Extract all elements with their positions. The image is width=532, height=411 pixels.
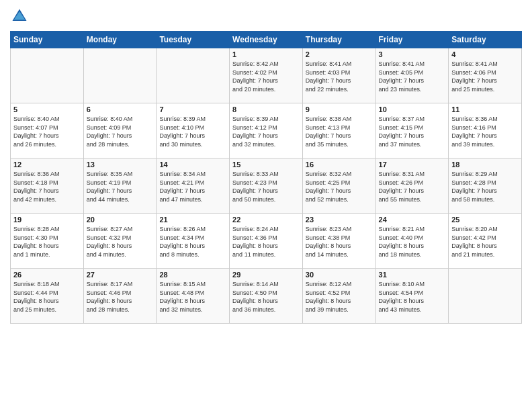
day-number: 6 [87, 105, 154, 113]
day-info: Sunrise: 8:32 AM Sunset: 4:25 PM Dayligh… [306, 170, 373, 203]
day-number: 27 [87, 271, 154, 279]
header-cell-saturday: Saturday [449, 32, 522, 48]
day-cell: 26Sunrise: 8:18 AM Sunset: 4:44 PM Dayli… [11, 269, 84, 324]
week-row-4: 19Sunrise: 8:28 AM Sunset: 4:30 PM Dayli… [11, 214, 522, 269]
day-cell: 12Sunrise: 8:36 AM Sunset: 4:18 PM Dayli… [11, 158, 84, 214]
day-cell: 23Sunrise: 8:23 AM Sunset: 4:38 PM Dayli… [302, 214, 375, 269]
header [10, 7, 522, 26]
day-number: 23 [306, 216, 373, 224]
day-cell: 16Sunrise: 8:32 AM Sunset: 4:25 PM Dayli… [302, 158, 375, 214]
day-info: Sunrise: 8:35 AM Sunset: 4:19 PM Dayligh… [87, 170, 154, 203]
logo [10, 7, 32, 26]
day-cell: 1Sunrise: 8:42 AM Sunset: 4:02 PM Daylig… [230, 48, 303, 103]
header-cell-tuesday: Tuesday [157, 32, 230, 48]
day-info: Sunrise: 8:41 AM Sunset: 4:05 PM Dayligh… [379, 60, 446, 93]
week-row-5: 26Sunrise: 8:18 AM Sunset: 4:44 PM Dayli… [11, 269, 522, 324]
day-cell: 18Sunrise: 8:29 AM Sunset: 4:28 PM Dayli… [449, 158, 522, 214]
day-cell: 31Sunrise: 8:10 AM Sunset: 4:54 PM Dayli… [375, 269, 449, 324]
day-info: Sunrise: 8:27 AM Sunset: 4:32 PM Dayligh… [87, 225, 154, 259]
day-cell: 17Sunrise: 8:31 AM Sunset: 4:26 PM Dayli… [375, 158, 449, 214]
day-number: 21 [159, 216, 226, 224]
day-info: Sunrise: 8:10 AM Sunset: 4:54 PM Dayligh… [379, 280, 446, 314]
day-cell: 22Sunrise: 8:24 AM Sunset: 4:36 PM Dayli… [230, 214, 303, 269]
day-cell: 15Sunrise: 8:33 AM Sunset: 4:23 PM Dayli… [230, 158, 303, 214]
day-cell [449, 269, 522, 324]
day-cell: 4Sunrise: 8:41 AM Sunset: 4:06 PM Daylig… [449, 48, 522, 103]
week-row-3: 12Sunrise: 8:36 AM Sunset: 4:18 PM Dayli… [11, 158, 522, 214]
day-info: Sunrise: 8:36 AM Sunset: 4:16 PM Dayligh… [451, 115, 519, 148]
day-number: 11 [451, 105, 519, 113]
logo-icon [10, 7, 29, 26]
day-cell: 6Sunrise: 8:40 AM Sunset: 4:09 PM Daylig… [83, 103, 157, 158]
day-number: 7 [159, 105, 226, 113]
day-number: 12 [13, 161, 81, 169]
day-number: 20 [87, 216, 154, 224]
header-row: SundayMondayTuesdayWednesdayThursdayFrid… [11, 32, 522, 48]
day-number: 17 [379, 161, 446, 169]
day-number: 13 [87, 161, 154, 169]
day-number: 15 [232, 161, 300, 169]
day-info: Sunrise: 8:42 AM Sunset: 4:02 PM Dayligh… [232, 60, 300, 93]
day-info: Sunrise: 8:40 AM Sunset: 4:07 PM Dayligh… [13, 115, 81, 148]
day-cell: 11Sunrise: 8:36 AM Sunset: 4:16 PM Dayli… [449, 103, 522, 158]
day-cell: 28Sunrise: 8:15 AM Sunset: 4:48 PM Dayli… [157, 269, 230, 324]
day-info: Sunrise: 8:39 AM Sunset: 4:10 PM Dayligh… [159, 115, 226, 148]
day-info: Sunrise: 8:15 AM Sunset: 4:48 PM Dayligh… [159, 280, 226, 314]
day-info: Sunrise: 8:34 AM Sunset: 4:21 PM Dayligh… [159, 170, 226, 203]
header-cell-wednesday: Wednesday [230, 32, 303, 48]
day-number: 29 [232, 271, 300, 279]
day-info: Sunrise: 8:41 AM Sunset: 4:06 PM Dayligh… [451, 60, 519, 93]
day-info: Sunrise: 8:28 AM Sunset: 4:30 PM Dayligh… [13, 225, 81, 259]
day-info: Sunrise: 8:14 AM Sunset: 4:50 PM Dayligh… [232, 280, 300, 314]
day-cell [157, 48, 230, 103]
day-number: 9 [306, 105, 373, 113]
day-info: Sunrise: 8:40 AM Sunset: 4:09 PM Dayligh… [87, 115, 154, 148]
day-info: Sunrise: 8:23 AM Sunset: 4:38 PM Dayligh… [306, 225, 373, 259]
day-number: 22 [232, 216, 300, 224]
day-number: 18 [451, 161, 519, 169]
day-number: 1 [232, 50, 300, 58]
day-cell: 20Sunrise: 8:27 AM Sunset: 4:32 PM Dayli… [83, 214, 157, 269]
day-cell: 7Sunrise: 8:39 AM Sunset: 4:10 PM Daylig… [157, 103, 230, 158]
day-info: Sunrise: 8:26 AM Sunset: 4:34 PM Dayligh… [159, 225, 226, 259]
day-cell: 24Sunrise: 8:21 AM Sunset: 4:40 PM Dayli… [375, 214, 449, 269]
day-cell: 19Sunrise: 8:28 AM Sunset: 4:30 PM Dayli… [11, 214, 84, 269]
day-cell: 14Sunrise: 8:34 AM Sunset: 4:21 PM Dayli… [157, 158, 230, 214]
day-info: Sunrise: 8:18 AM Sunset: 4:44 PM Dayligh… [13, 280, 81, 314]
day-number: 2 [306, 50, 373, 58]
calendar-table: SundayMondayTuesdayWednesdayThursdayFrid… [10, 31, 522, 324]
day-number: 24 [379, 216, 446, 224]
calendar-body: 1Sunrise: 8:42 AM Sunset: 4:02 PM Daylig… [11, 48, 522, 324]
header-cell-monday: Monday [83, 32, 157, 48]
day-number: 31 [379, 271, 446, 279]
day-info: Sunrise: 8:29 AM Sunset: 4:28 PM Dayligh… [451, 170, 519, 203]
day-cell: 9Sunrise: 8:38 AM Sunset: 4:13 PM Daylig… [302, 103, 375, 158]
day-info: Sunrise: 8:17 AM Sunset: 4:46 PM Dayligh… [87, 280, 154, 314]
day-cell [11, 48, 84, 103]
day-cell: 27Sunrise: 8:17 AM Sunset: 4:46 PM Dayli… [83, 269, 157, 324]
day-info: Sunrise: 8:38 AM Sunset: 4:13 PM Dayligh… [306, 115, 373, 148]
day-info: Sunrise: 8:41 AM Sunset: 4:03 PM Dayligh… [306, 60, 373, 93]
day-number: 5 [13, 105, 81, 113]
day-cell: 13Sunrise: 8:35 AM Sunset: 4:19 PM Dayli… [83, 158, 157, 214]
day-number: 4 [451, 50, 519, 58]
day-info: Sunrise: 8:12 AM Sunset: 4:52 PM Dayligh… [306, 280, 373, 314]
day-number: 3 [379, 50, 446, 58]
day-cell: 2Sunrise: 8:41 AM Sunset: 4:03 PM Daylig… [302, 48, 375, 103]
day-cell: 8Sunrise: 8:39 AM Sunset: 4:12 PM Daylig… [230, 103, 303, 158]
day-info: Sunrise: 8:33 AM Sunset: 4:23 PM Dayligh… [232, 170, 300, 203]
day-info: Sunrise: 8:39 AM Sunset: 4:12 PM Dayligh… [232, 115, 300, 148]
day-info: Sunrise: 8:37 AM Sunset: 4:15 PM Dayligh… [379, 115, 446, 148]
day-number: 10 [379, 105, 446, 113]
day-number: 28 [159, 271, 226, 279]
day-info: Sunrise: 8:21 AM Sunset: 4:40 PM Dayligh… [379, 225, 446, 259]
day-number: 19 [13, 216, 81, 224]
day-number: 14 [159, 161, 226, 169]
day-info: Sunrise: 8:24 AM Sunset: 4:36 PM Dayligh… [232, 225, 300, 259]
day-number: 26 [13, 271, 81, 279]
day-cell [83, 48, 157, 103]
day-info: Sunrise: 8:31 AM Sunset: 4:26 PM Dayligh… [379, 170, 446, 203]
day-number: 16 [306, 161, 373, 169]
day-number: 25 [451, 216, 519, 224]
week-row-2: 5Sunrise: 8:40 AM Sunset: 4:07 PM Daylig… [11, 103, 522, 158]
